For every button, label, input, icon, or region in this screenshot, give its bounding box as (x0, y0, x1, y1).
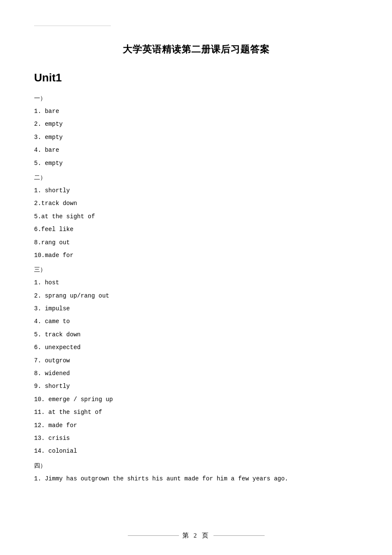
section-0: 一）1. bare2. empty3. empty4. bare5. empty (34, 95, 358, 168)
answer-item-0-1: 2. empty (34, 119, 358, 129)
answer-item-2-2: 3. impulse (34, 304, 358, 313)
section-label-1: 二） (34, 174, 358, 182)
section-3: 四）1. Jimmy has outgrown the shirts his a… (34, 462, 358, 483)
answer-item-2-12: 13. crisis (34, 434, 358, 443)
page-title: 大学英语精读第二册课后习题答案 (34, 43, 358, 56)
unit-title: Unit1 (34, 71, 358, 84)
answer-item-0-2: 3. empty (34, 133, 358, 142)
answer-item-2-1: 2. sprang up/rang out (34, 291, 358, 301)
answer-item-1-0: 1. shortly (34, 186, 358, 195)
page-container: 大学英语精读第二册课后习题答案 Unit1 一）1. bare2. empty3… (0, 0, 392, 555)
answer-item-3-0: 1. Jimmy has outgrown the shirts his aun… (34, 474, 358, 483)
answer-item-2-13: 14. colonial (34, 446, 358, 456)
answer-item-2-6: 7. outgrow (34, 356, 358, 365)
answer-item-2-8: 9. shortly (34, 382, 358, 391)
answer-item-0-0: 1. bare (34, 107, 358, 116)
page-number: 第 2 页 (182, 532, 210, 540)
answer-item-2-7: 8. widened (34, 369, 358, 378)
answer-item-0-4: 5. empty (34, 159, 358, 168)
answer-item-2-5: 6. unexpected (34, 343, 358, 352)
bottom-line-left (128, 535, 179, 536)
answer-item-2-0: 1. host (34, 278, 358, 287)
answer-item-0-3: 4. bare (34, 145, 358, 155)
answer-item-1-2: 5.at the sight of (34, 212, 358, 221)
section-label-0: 一） (34, 95, 358, 102)
bottom-line-right (213, 535, 265, 536)
answer-item-2-3: 4. came to (34, 317, 358, 326)
answer-item-2-11: 12. made for (34, 421, 358, 430)
answer-item-1-4: 8.rang out (34, 238, 358, 247)
section-label-3: 四） (34, 462, 358, 470)
section-2: 三）1. host2. sprang up/rang out3. impulse… (34, 266, 358, 456)
answer-item-1-3: 6.feel like (34, 225, 358, 234)
section-label-2: 三） (34, 266, 358, 274)
sections-container: 一）1. bare2. empty3. empty4. bare5. empty… (34, 95, 358, 483)
answer-item-1-5: 10.made for (34, 251, 358, 260)
top-decorative-line (34, 26, 111, 26)
bottom-bar: 第 2 页 (0, 532, 392, 540)
section-1: 二）1. shortly2.track down5.at the sight o… (34, 174, 358, 260)
answer-item-1-1: 2.track down (34, 199, 358, 208)
answer-item-2-9: 10. emerge / spring up (34, 395, 358, 404)
answer-item-2-4: 5. track down (34, 330, 358, 339)
answer-item-2-10: 11. at the sight of (34, 408, 358, 417)
